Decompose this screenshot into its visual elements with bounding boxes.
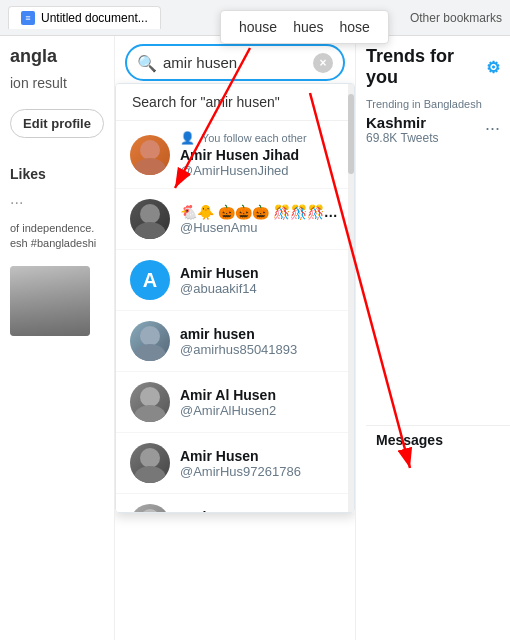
follow-badge: 👤 You follow each other <box>180 131 340 145</box>
search-result-item[interactable]: Amir Husen @AmirHus31532593 <box>116 494 354 513</box>
search-input[interactable] <box>125 44 345 81</box>
trending-topic: Kashmir <box>366 114 439 131</box>
search-icon: 🔍 <box>137 53 157 72</box>
result-name: 🐔🐥 🎃🎃🎃 🎊🎊🎊🎊🎊 🎃🎃🎃 <box>180 204 340 220</box>
avatar <box>130 382 170 422</box>
result-handle: @abuaakif14 <box>180 281 340 296</box>
edit-profile-button[interactable]: Edit profile <box>10 109 104 138</box>
svg-point-2 <box>140 204 160 224</box>
avatar <box>130 504 170 513</box>
autocomplete-item-hues[interactable]: hues <box>285 17 331 37</box>
result-handle: @HusenAmu <box>180 220 340 235</box>
result-handle: @AmirHusenJihed <box>180 163 340 178</box>
result-info: Amir Husen @AmirHus97261786 <box>180 448 340 479</box>
post-dots: ... <box>10 190 104 208</box>
result-handle: @AmirAlHusen2 <box>180 403 340 418</box>
post-preview: of independence. esh #bangladeshi <box>10 221 104 252</box>
result-handle: @AmirHus97261786 <box>180 464 340 479</box>
bookmark-area: Other bookmarks <box>410 11 502 25</box>
result-info: Amir Al Husen @AmirAlHusen2 <box>180 387 340 418</box>
svg-point-7 <box>134 405 166 422</box>
result-info: Amir Husen @AmirHus31532593 <box>180 509 340 514</box>
result-name: Amir Husen <box>180 448 340 464</box>
svg-point-8 <box>140 448 160 468</box>
avatar <box>130 199 170 239</box>
svg-point-0 <box>140 140 160 160</box>
gear-icon[interactable]: ⚙ <box>486 58 500 77</box>
search-bar-container: 🔍 × <box>115 44 355 81</box>
result-info: 👤 You follow each other Amir Husen Jihad… <box>180 131 340 178</box>
search-result-item[interactable]: 🐔🐥 🎃🎃🎃 🎊🎊🎊🎊🎊 🎃🎃🎃 @HusenAmu <box>116 189 354 250</box>
tab-favicon: ≡ <box>21 11 35 25</box>
search-for-item[interactable]: Search for "amir husen" <box>116 84 354 121</box>
svg-point-9 <box>134 466 166 483</box>
svg-point-3 <box>134 222 166 239</box>
result-name: Amir Husen <box>180 509 340 514</box>
search-result-item[interactable]: amir husen @amirhus85041893 <box>116 311 354 372</box>
more-dots-button[interactable]: ... <box>485 114 500 135</box>
trends-header: Trends for you ⚙ <box>366 46 500 88</box>
svg-point-10 <box>140 509 160 513</box>
browser-tab[interactable]: ≡ Untitled document... <box>8 6 161 29</box>
svg-point-4 <box>140 326 160 346</box>
follow-icon: 👤 <box>180 131 195 145</box>
avatar <box>130 321 170 361</box>
sidebar: angla ion result Edit profile Likes ... … <box>0 36 115 640</box>
result-name: Amir Husen Jihad <box>180 147 340 163</box>
search-area: 🔍 × Search for "amir husen" 👤 You fo <box>115 36 355 640</box>
result-info: amir husen @amirhus85041893 <box>180 326 340 357</box>
trends-title: Trends for you <box>366 46 486 88</box>
svg-point-5 <box>134 344 166 361</box>
likes-label: Likes <box>10 166 104 182</box>
avatar <box>130 443 170 483</box>
messages-label: Messages <box>376 432 443 448</box>
trending-info: Kashmir 69.8K Tweets <box>366 114 439 145</box>
result-name: Amir Al Husen <box>180 387 340 403</box>
scrollbar[interactable] <box>348 84 354 512</box>
search-result-item[interactable]: A Amir Husen @abuaakif14 <box>116 250 354 311</box>
trending-in-label: Trending in Bangladesh <box>366 98 500 110</box>
svg-point-1 <box>134 158 166 175</box>
post-thumbnail <box>10 266 90 336</box>
trending-count: 69.8K Tweets <box>366 131 439 145</box>
avatar: A <box>130 260 170 300</box>
right-panel: Trends for you ⚙ Trending in Bangladesh … <box>355 36 510 640</box>
svg-point-6 <box>140 387 160 407</box>
result-name: Amir Husen <box>180 265 340 281</box>
result-name: amir husen <box>180 326 340 342</box>
search-clear-button[interactable]: × <box>313 53 333 73</box>
result-info: Amir Husen @abuaakif14 <box>180 265 340 296</box>
sidebar-sub-text: ion result <box>10 75 104 91</box>
autocomplete-item-house[interactable]: house <box>231 17 285 37</box>
search-result-item[interactable]: Amir Al Husen @AmirAlHusen2 <box>116 372 354 433</box>
autocomplete-item-hose[interactable]: hose <box>332 17 378 37</box>
avatar <box>130 135 170 175</box>
search-result-item[interactable]: 👤 You follow each other Amir Husen Jihad… <box>116 121 354 189</box>
browser-autocomplete-popup: house hues hose <box>220 10 389 44</box>
tab-label: Untitled document... <box>41 11 148 25</box>
main-content: angla ion result Edit profile Likes ... … <box>0 36 510 640</box>
result-info: 🐔🐥 🎃🎃🎃 🎊🎊🎊🎊🎊 🎃🎃🎃 @HusenAmu <box>180 204 340 235</box>
bookmark-label: Other bookmarks <box>410 11 502 25</box>
search-result-item[interactable]: Amir Husen @AmirHus97261786 <box>116 433 354 494</box>
sidebar-main-text: angla <box>10 46 104 67</box>
search-dropdown: Search for "amir husen" 👤 You follow eac… <box>115 83 355 513</box>
result-handle: @amirhus85041893 <box>180 342 340 357</box>
scrollbar-thumb <box>348 94 354 174</box>
